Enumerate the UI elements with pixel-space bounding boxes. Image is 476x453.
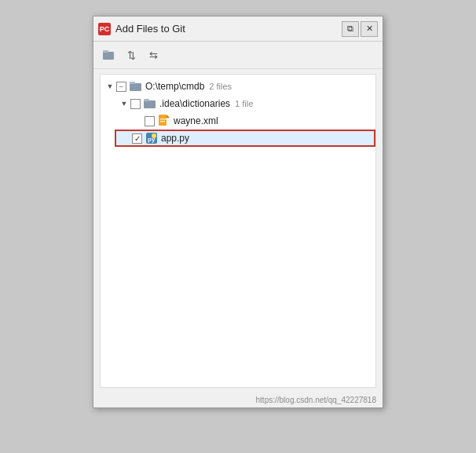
svg-rect-2 bbox=[130, 83, 141, 91]
svg-rect-3 bbox=[130, 82, 135, 84]
root-count: 2 files bbox=[209, 82, 232, 91]
root-checkbox[interactable]: − bbox=[116, 82, 126, 92]
app-py-node[interactable]: ▶ ✓ py app.py bbox=[115, 130, 375, 147]
app-py-checkbox[interactable]: ✓ bbox=[132, 133, 142, 144]
tree-root-node[interactable]: ▼ − O:\temp\cmdb 2 files bbox=[101, 78, 375, 95]
dialog-window: PC Add Files to Git ⧉ ✕ ⇅ ⇆ ▼ − bbox=[93, 16, 383, 408]
folder-icon-button[interactable] bbox=[100, 46, 119, 64]
dictionaries-count: 1 file bbox=[235, 99, 253, 108]
restore-button[interactable]: ⧉ bbox=[342, 21, 359, 37]
wayne-label: wayne.xml bbox=[174, 115, 218, 126]
svg-rect-1 bbox=[103, 50, 108, 53]
svg-rect-0 bbox=[103, 52, 114, 60]
toolbar: ⇅ ⇆ bbox=[93, 42, 383, 69]
wayne-xml-node[interactable]: ▶ wayne.xml bbox=[129, 112, 375, 130]
svg-rect-4 bbox=[144, 100, 156, 108]
sort-both-button[interactable]: ⇆ bbox=[144, 46, 163, 64]
svg-rect-9 bbox=[160, 121, 165, 122]
dictionaries-folder-icon bbox=[144, 98, 156, 109]
root-label: O:\temp\cmdb bbox=[145, 81, 204, 92]
dictionaries-node[interactable]: ▼ .idea\dictionaries 1 file bbox=[115, 95, 375, 112]
tree-panel[interactable]: ▼ − O:\temp\cmdb 2 files ▼ .idea\dictio bbox=[100, 74, 376, 388]
root-expander[interactable]: ▼ bbox=[104, 80, 116, 93]
wayne-checkbox[interactable] bbox=[145, 116, 155, 126]
svg-rect-6 bbox=[159, 115, 167, 126]
dictionaries-checkbox[interactable] bbox=[130, 99, 141, 109]
svg-point-12 bbox=[152, 133, 156, 138]
title-bar: PC Add Files to Git ⧉ ✕ bbox=[93, 16, 383, 42]
close-button[interactable]: ✕ bbox=[361, 21, 378, 37]
app-py-icon: py bbox=[145, 132, 158, 144]
sort-up-button[interactable]: ⇅ bbox=[122, 46, 141, 64]
svg-marker-7 bbox=[167, 115, 170, 118]
dictionaries-label: .idea\dictionaries bbox=[159, 98, 230, 109]
root-folder-icon bbox=[130, 81, 142, 92]
window-title: Add Files to Git bbox=[115, 23, 337, 35]
app-icon: PC bbox=[98, 23, 111, 35]
svg-rect-5 bbox=[144, 99, 149, 101]
app-py-label: app.py bbox=[161, 133, 189, 144]
svg-rect-8 bbox=[160, 119, 167, 120]
wayne-xml-icon bbox=[158, 115, 170, 127]
dictionaries-expander[interactable]: ▼ bbox=[118, 97, 130, 110]
title-bar-buttons: ⧉ ✕ bbox=[342, 21, 378, 37]
watermark: https://blog.csdn.net/qq_42227818 bbox=[93, 393, 383, 407]
